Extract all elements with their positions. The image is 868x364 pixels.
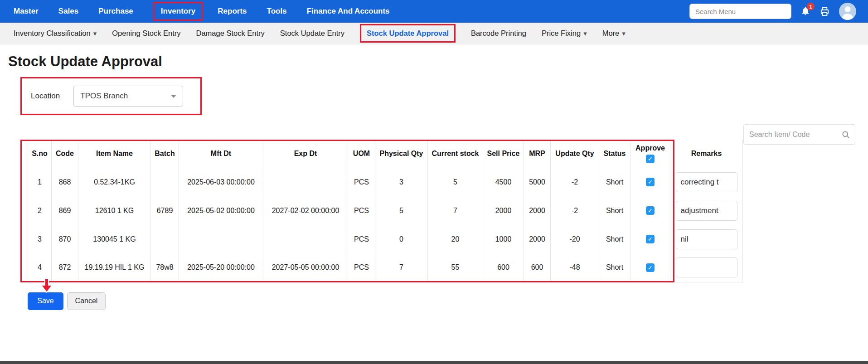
cell-sell-price: 1000	[483, 225, 524, 253]
cell-mrp: 600	[524, 253, 551, 282]
location-annotation-box: Location TPOS Branch	[20, 77, 202, 115]
stock-table: S.noCodeItem NameBatchMft DtExp DtUOMPhy…	[28, 140, 743, 282]
cell-batch	[151, 168, 179, 196]
cell-batch	[151, 225, 179, 253]
chevron-down-icon: ▾	[93, 30, 97, 37]
column-header-label: Physical Qty	[377, 150, 426, 158]
cell-sell-price: 600	[483, 253, 524, 282]
notifications-button[interactable]: 1	[800, 6, 810, 17]
column-header-label: Update Qty	[553, 150, 597, 158]
subnav-item-barcode-printing[interactable]: Barcode Printing	[471, 29, 526, 38]
cell-uom: PCS	[348, 196, 375, 225]
cell-code: 872	[52, 253, 78, 282]
cell-remarks	[670, 253, 743, 282]
cell-item-name: 130045 1 KG	[78, 225, 151, 253]
column-header-uom: UOM	[348, 140, 375, 168]
subnav-item-label: More	[602, 29, 620, 38]
search-icon[interactable]	[841, 130, 850, 139]
remarks-input[interactable]	[676, 201, 737, 221]
cell-sell-price: 4500	[483, 168, 524, 196]
column-header-status: Status	[599, 140, 630, 168]
cell-batch: 78w8	[151, 253, 179, 282]
column-header-label: Batch	[153, 150, 177, 158]
remarks-input[interactable]	[676, 172, 737, 192]
cell-approve	[630, 253, 670, 282]
cell-approve	[630, 196, 670, 225]
top-navbar: MasterSalesPurchaseInventoryReportsTools…	[0, 0, 868, 23]
sub-navbar: Inventory Classification▾Opening Stock E…	[0, 23, 868, 44]
subnav-item-label: Stock Update Entry	[280, 29, 344, 38]
subnav-item-label: Barcode Printing	[471, 29, 526, 38]
remarks-input[interactable]	[676, 229, 737, 249]
cell-uom: PCS	[348, 253, 375, 282]
approve-all-checkbox[interactable]	[646, 155, 655, 163]
print-button[interactable]	[820, 6, 830, 17]
table-zone: S.noCodeItem NameBatchMft DtExp DtUOMPhy…	[20, 140, 746, 282]
approve-checkbox[interactable]	[646, 263, 655, 272]
location-select[interactable]: TPOS Branch	[73, 86, 183, 107]
cell-update-qty: -20	[551, 225, 599, 253]
cell-sno: 3	[28, 225, 52, 253]
table-header-row: S.noCodeItem NameBatchMft DtExp DtUOMPhy…	[28, 140, 743, 168]
remarks-input[interactable]	[676, 257, 737, 277]
subnav-item-damage-stock-entry[interactable]: Damage Stock Entry	[196, 29, 265, 38]
cell-remarks	[670, 196, 743, 225]
nav-item-purchase[interactable]: Purchase	[98, 7, 133, 16]
subnav-item-stock-update-entry[interactable]: Stock Update Entry	[280, 29, 344, 38]
subnav-item-more[interactable]: More▾	[602, 29, 626, 38]
approve-checkbox[interactable]	[646, 178, 655, 186]
item-search-input[interactable]	[744, 131, 841, 139]
cell-mft-dt: 2025-06-03 00:00:00	[179, 168, 263, 196]
cell-mrp: 2000	[524, 225, 551, 253]
subnav-item-stock-update-approval[interactable]: Stock Update Approval	[360, 24, 456, 43]
chevron-down-icon: ▾	[583, 30, 587, 37]
column-header-label: Remarks	[672, 150, 741, 158]
nav-item-inventory[interactable]: Inventory	[153, 2, 204, 21]
save-arrow-annotation	[40, 278, 53, 295]
cell-physical-qty: 5	[375, 196, 428, 225]
chevron-down-icon: ▾	[622, 30, 626, 37]
column-header-label: UOM	[350, 150, 373, 158]
cell-status: Short	[599, 196, 630, 225]
page: MasterSalesPurchaseInventoryReportsTools…	[0, 0, 868, 364]
search-menu-input[interactable]	[689, 4, 791, 19]
nav-item-finance-and-accounts[interactable]: Finance And Accounts	[307, 7, 390, 16]
column-header-item-name: Item Name	[78, 140, 151, 168]
item-search-box	[743, 124, 855, 145]
column-header-label: Code	[53, 150, 76, 158]
column-header-remarks: Remarks	[670, 140, 743, 168]
subnav-item-price-fixing[interactable]: Price Fixing▾	[542, 29, 587, 38]
subnav-item-opening-stock-entry[interactable]: Opening Stock Entry	[112, 29, 180, 38]
nav-item-reports[interactable]: Reports	[218, 7, 247, 16]
column-header-label: Status	[601, 150, 628, 158]
approve-checkbox[interactable]	[646, 206, 655, 215]
cell-current-stock: 55	[428, 253, 483, 282]
cell-exp-dt	[263, 168, 348, 196]
approve-checkbox[interactable]	[646, 235, 655, 243]
cell-item-name: 19.19.19 HIL 1 KG	[78, 253, 151, 282]
column-header-exp-dt: Exp Dt	[263, 140, 348, 168]
cell-current-stock: 20	[428, 225, 483, 253]
subnav-item-inventory-classification[interactable]: Inventory Classification▾	[14, 29, 97, 38]
actions-bar: Save Cancel	[28, 292, 868, 310]
user-avatar[interactable]	[839, 3, 856, 20]
nav-item-tools[interactable]: Tools	[267, 7, 287, 16]
notification-count-badge: 1	[807, 3, 815, 10]
cell-mrp: 2000	[524, 196, 551, 225]
cell-physical-qty: 3	[375, 168, 428, 196]
nav-item-sales[interactable]: Sales	[58, 7, 78, 16]
user-icon	[839, 3, 856, 20]
cell-item-name: 12610 1 KG	[78, 196, 151, 225]
subnav-item-label: Stock Update Approval	[367, 29, 449, 38]
column-header-approve: Approve	[630, 140, 670, 168]
save-button[interactable]: Save	[28, 292, 63, 310]
column-header-mrp: MRP	[524, 140, 551, 168]
nav-item-master[interactable]: Master	[14, 7, 39, 16]
column-header-mft-dt: Mft Dt	[179, 140, 263, 168]
cell-approve	[630, 168, 670, 196]
location-select-value: TPOS Branch	[80, 92, 128, 101]
cell-approve	[630, 225, 670, 253]
cell-code: 868	[52, 168, 78, 196]
column-header-physical-qty: Physical Qty	[375, 140, 428, 168]
cancel-button[interactable]: Cancel	[67, 292, 106, 310]
